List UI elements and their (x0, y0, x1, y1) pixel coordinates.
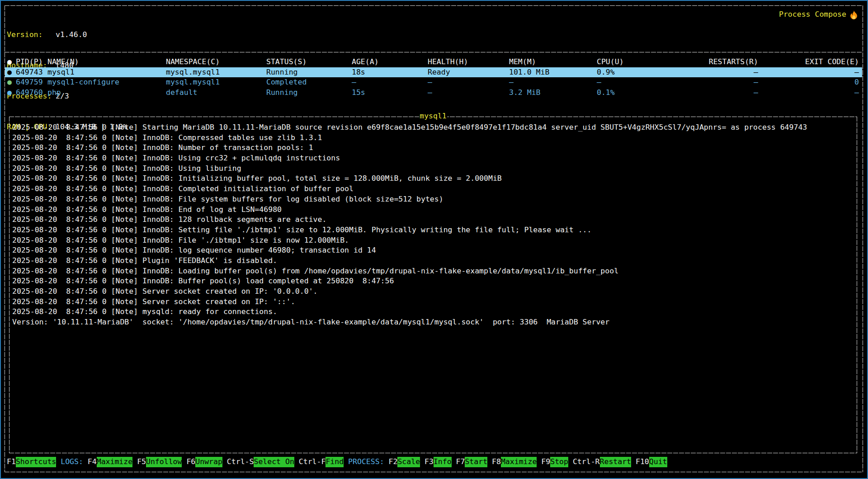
shortcut-key-ctrl-f: Ctrl-F (299, 457, 326, 466)
cell-name: php (47, 88, 61, 98)
shortcut-unwrap-button[interactable]: Unwrap (195, 457, 222, 467)
column-header-cpu[interactable]: CPU(U) (597, 57, 624, 67)
flame-icon (849, 10, 858, 19)
column-header-name[interactable]: NAME(N) (47, 57, 79, 67)
shortcut-stop-button[interactable]: Stop (550, 457, 568, 467)
cell-cpu: 0.9% (597, 67, 615, 78)
shortcut-maximize-button[interactable]: Maximize (97, 457, 132, 467)
header-bullet-icon: ● (7, 57, 14, 67)
cell-restarts: – (638, 67, 758, 78)
log-line: 2025-08-20 8:47:56 0 [Note] InnoDB: Init… (12, 174, 853, 184)
log-line: 2025-08-20 8:47:56 0 [Note] InnoDB: Load… (12, 266, 853, 277)
log-line: 2025-08-20 8:47:56 0 [Note] Plugin 'FEED… (12, 256, 853, 266)
version-row: Version:v1.46.0 (7, 30, 127, 40)
process-status-bullet-icon: ● (7, 88, 14, 98)
cell-restarts: – (638, 77, 758, 88)
shortcut-maximize-button[interactable]: Maximize (501, 457, 537, 467)
log-line: 2025-08-20 8:47:56 0 [Note] mysqld: read… (12, 307, 853, 317)
process-status-bullet-icon: ● (7, 67, 14, 78)
shortcut-unfollow-button[interactable]: Unfollow (146, 457, 182, 467)
shortcut-restart-button[interactable]: Restart (600, 457, 632, 467)
shortcut-quit-button[interactable]: Quit (649, 457, 667, 467)
cell-age: – (352, 77, 356, 88)
shortcut-key-f2: F2 (389, 457, 398, 466)
column-header-mem[interactable]: MEM(M) (509, 57, 536, 67)
log-panel-title: mysql1 (419, 111, 447, 122)
shortcut-key-ctrl-r: Ctrl-R (573, 457, 600, 466)
column-header-health[interactable]: HEALTH(H) (428, 57, 468, 67)
cell-cpu: – (597, 77, 601, 88)
log-line: 2025-08-20 8:47:56 0 [Note] InnoDB: End … (12, 205, 853, 215)
column-header-exit-code[interactable]: EXIT CODE(E) (758, 57, 859, 67)
cell-health: Ready (428, 67, 450, 78)
terminal-window: Version:v1.46.0 Hostname:t480 Processes:… (0, 0, 868, 479)
footer-section-process: PROCESS: (348, 457, 384, 466)
shortcut-key-f9: F9 (541, 457, 550, 466)
log-panel-border-right (857, 117, 857, 453)
cell-age: 15s (352, 88, 365, 98)
log-panel[interactable]: 2025-08-20 8:47:56 0 [Note] Starting Mar… (12, 122, 853, 328)
app-title: Process Compose (779, 9, 858, 20)
log-line: 2025-08-20 8:47:56 0 [Note] InnoDB: Buff… (12, 276, 853, 286)
footer-section-logs: LOGS: (61, 457, 83, 466)
cell-mem: 101.0 MiB (509, 67, 549, 78)
cell-status: Running (266, 88, 298, 98)
column-header-restarts[interactable]: RESTARTS(R) (638, 57, 758, 67)
shortcut-info-button[interactable]: Info (434, 457, 452, 467)
shortcut-find-button[interactable]: Find (326, 457, 344, 467)
process-row[interactable]: ● 649759 mysql1-configure mysql.mysql1 C… (5, 77, 862, 88)
cell-namespace: mysql.mysql1 (166, 77, 220, 88)
footer-shortcut-bar: F1Shortcuts LOGS: F4Maximize F5Unfollow … (7, 457, 667, 467)
log-panel-border-bottom (9, 453, 857, 453)
cell-mem: 3.2 MiB (509, 88, 541, 98)
frame-border-top (5, 5, 863, 6)
process-compose-terminal: { "app": { "title": "Process Compose", "… (0, 0, 868, 479)
log-line: 2025-08-20 8:47:56 0 [Note] Server socke… (12, 286, 853, 297)
log-line: 2025-08-20 8:47:56 0 [Note] Starting Mar… (12, 122, 853, 133)
shortcut-key-f6: F6 (186, 457, 195, 466)
log-panel-border-left (9, 117, 9, 453)
cell-mem: – (509, 77, 514, 88)
log-line: 2025-08-20 8:47:56 0 [Note] InnoDB: File… (12, 194, 853, 205)
cell-exit-code: – (758, 67, 859, 78)
header-separator (5, 52, 863, 52)
shortcut-key-f3: F3 (425, 457, 434, 466)
shortcut-scale-button[interactable]: Scale (397, 457, 420, 467)
cell-pid: 649759 (16, 77, 43, 88)
cell-restarts: – (638, 88, 758, 98)
shortcut-key-ctrl-s: Ctrl-S (227, 457, 254, 466)
column-header-pid[interactable]: PID(P) (16, 57, 43, 67)
cell-status: Completed (266, 77, 307, 88)
frame-border-right (863, 5, 863, 472)
shortcut-select-on-button[interactable]: Select On (254, 457, 294, 467)
log-line: 2025-08-20 8:47:56 0 [Note] InnoDB: Usin… (12, 164, 853, 174)
column-header-status[interactable]: STATUS(S) (266, 57, 307, 67)
cell-status: Running (266, 67, 298, 78)
shortcut-key-f8: F8 (492, 457, 501, 466)
version-label: Version: (7, 30, 56, 40)
cell-exit-code: 0 (758, 77, 859, 88)
cell-pid: 649760 (16, 88, 43, 98)
column-header-namespace[interactable]: NAMESPACE(C) (166, 57, 220, 67)
shortcut-key-f1: F1 (7, 457, 16, 466)
column-header-age[interactable]: AGE(A) (352, 57, 379, 67)
cell-namespace: mysql.mysql1 (166, 67, 220, 78)
process-row[interactable]: ● 649743 mysql1 mysql.mysql1 Running 18s… (5, 67, 862, 78)
cell-name: mysql1 (47, 67, 75, 78)
log-line: 2025-08-20 8:47:56 0 [Note] InnoDB: Comp… (12, 184, 853, 194)
table-header-row: ● PID(P) NAME(N) NAMESPACE(C) STATUS(S) … (5, 57, 862, 67)
cell-exit-code: – (758, 88, 859, 98)
log-line: 2025-08-20 8:47:56 0 [Note] Server socke… (12, 297, 853, 307)
log-line: 2025-08-20 8:47:56 0 [Note] InnoDB: 128 … (12, 215, 853, 225)
process-status-bullet-icon: ● (7, 77, 14, 88)
shortcut-key-f5: F5 (137, 457, 146, 466)
cell-pid: 649743 (16, 67, 43, 78)
log-line: 2025-08-20 8:47:56 0 [Note] InnoDB: Numb… (12, 143, 853, 153)
shortcut-start-button[interactable]: Start (465, 457, 487, 467)
log-line: 2025-08-20 8:47:56 0 [Note] InnoDB: Comp… (12, 133, 853, 143)
cell-cpu: 0.1% (597, 88, 615, 98)
shortcut-shortcuts-button[interactable]: Shortcuts (16, 457, 56, 467)
version-value: v1.46.0 (56, 30, 87, 39)
cell-health: – (428, 88, 432, 98)
process-row[interactable]: ● 649760 php default Running 15s – 3.2 M… (5, 88, 862, 98)
